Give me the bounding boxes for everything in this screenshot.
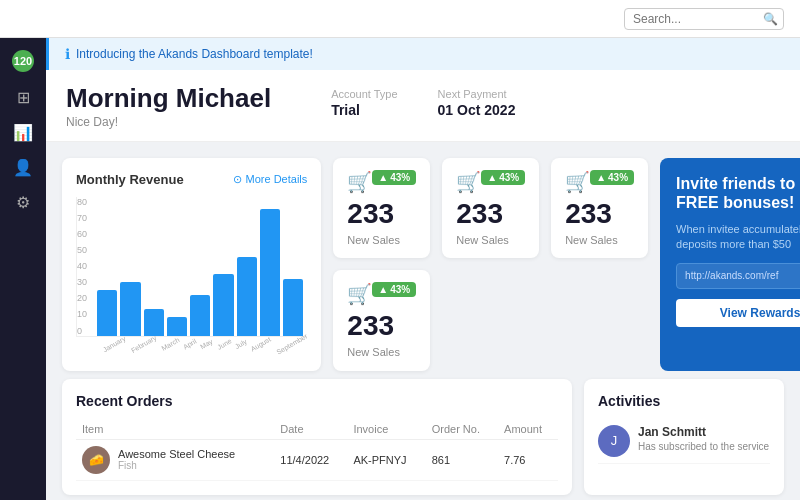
search-icon: 🔍 — [763, 12, 778, 26]
y-label-40: 40 — [77, 261, 87, 271]
search-input[interactable] — [633, 12, 763, 26]
sidebar-badge: 120 — [12, 50, 34, 72]
banner-text: Introducing the Akands Dashboard templat… — [76, 47, 313, 61]
chart-area: 80 70 60 50 40 30 20 10 0 — [76, 197, 307, 337]
y-label-60: 60 — [77, 229, 87, 239]
x-label-feb: February — [130, 334, 158, 354]
invite-desc: When invitee accumulately deposits more … — [676, 222, 800, 253]
account-type-block: Account Type Trial — [331, 88, 397, 118]
stat-badge-arrow-1: ▲ — [378, 172, 388, 183]
row-order-no: 861 — [426, 439, 498, 480]
stat-label-4: New Sales — [347, 346, 416, 358]
bar-apr — [167, 317, 187, 336]
next-payment-block: Next Payment 01 Oct 2022 — [438, 88, 516, 118]
info-icon: ℹ — [65, 46, 70, 62]
greeting-subtitle: Nice Day! — [66, 115, 271, 129]
stat-card-3-top: 🛒 ▲ 43% — [565, 170, 634, 194]
bottom-section: Recent Orders Item Date Invoice Order No… — [46, 379, 800, 500]
x-label-jul: July — [234, 337, 248, 349]
stat-card-3: 🛒 ▲ 43% 233 New Sales — [551, 158, 648, 259]
row-item-cell: 🧀 Awesome Steel Cheese Fish — [76, 439, 274, 480]
revenue-card: Monthly Revenue ⊙ More Details 80 70 60 … — [62, 158, 321, 371]
stat-badge-value-4: 43% — [390, 284, 410, 295]
cart-icon-2: 🛒 — [456, 170, 481, 194]
revenue-card-header: Monthly Revenue ⊙ More Details — [76, 172, 307, 187]
activities-card: Activities J Jan Schmitt Has subscribed … — [584, 379, 784, 495]
greeting-name: Morning Michael — [66, 84, 271, 113]
account-info: Account Type Trial Next Payment 01 Oct 2… — [331, 88, 515, 118]
row-date: 11/4/2022 — [274, 439, 347, 480]
account-type-value: Trial — [331, 102, 397, 118]
bar-mar — [144, 309, 164, 336]
bar-may — [190, 295, 210, 336]
invite-card: Invite friends to get FREE bonuses! When… — [660, 158, 800, 371]
stat-badge-arrow-4: ▲ — [378, 284, 388, 295]
y-label-0: 0 — [77, 326, 87, 336]
orders-table: Item Date Invoice Order No. Amount 🧀 — [76, 419, 558, 481]
bar-chart: 80 70 60 50 40 30 20 10 0 — [76, 197, 307, 357]
next-payment-label: Next Payment — [438, 88, 516, 100]
sidebar-home-icon[interactable]: ⊞ — [17, 88, 30, 107]
bar-sep — [283, 279, 303, 336]
search-box[interactable]: 🔍 — [624, 8, 784, 30]
sidebar: 120 ⊞ 📊 👤 ⚙ — [0, 38, 46, 500]
avatar: 🧀 — [82, 446, 110, 474]
col-order-no: Order No. — [426, 419, 498, 440]
account-type-label: Account Type — [331, 88, 397, 100]
col-date: Date — [274, 419, 347, 440]
sidebar-settings-icon[interactable]: ⚙ — [16, 193, 30, 212]
orders-card: Recent Orders Item Date Invoice Order No… — [62, 379, 572, 495]
invite-link-box[interactable]: http://akands.com/ref ⧉ — [676, 263, 800, 289]
activity-name: Jan Schmitt — [638, 425, 769, 439]
stat-card-2-top: 🛒 ▲ 43% — [456, 170, 525, 194]
stat-badge-arrow-2: ▲ — [487, 172, 497, 183]
sidebar-user-icon[interactable]: 👤 — [13, 158, 33, 177]
more-details-link[interactable]: ⊙ More Details — [233, 173, 308, 186]
y-label-30: 30 — [77, 277, 87, 287]
item-name: Awesome Steel Cheese — [118, 448, 235, 460]
stat-number-2: 233 — [456, 200, 525, 228]
stat-card-2: 🛒 ▲ 43% 233 New Sales — [442, 158, 539, 259]
y-label-70: 70 — [77, 213, 87, 223]
x-label-jan: January — [102, 334, 127, 353]
y-axis-labels: 80 70 60 50 40 30 20 10 0 — [77, 197, 87, 336]
stat-card-1-top: 🛒 ▲ 43% — [347, 170, 416, 194]
activities-title: Activities — [598, 393, 770, 409]
stat-badge-value-2: 43% — [499, 172, 519, 183]
orders-table-header: Item Date Invoice Order No. Amount — [76, 419, 558, 440]
item-info: Awesome Steel Cheese Fish — [118, 448, 235, 471]
stat-label-1: New Sales — [347, 234, 416, 246]
stat-card-1: 🛒 ▲ 43% 233 New Sales — [333, 158, 430, 259]
col-item: Item — [76, 419, 274, 440]
x-label-mar: March — [160, 336, 180, 352]
y-label-80: 80 — [77, 197, 87, 207]
bar-jun — [213, 274, 233, 336]
top-bar: 🔍 — [0, 0, 800, 38]
main-content: ℹ Introducing the Akands Dashboard templ… — [46, 38, 800, 500]
details-icon: ⊙ — [233, 173, 242, 186]
stat-number-4: 233 — [347, 312, 416, 340]
view-rewards-button[interactable]: View Rewards — [676, 299, 800, 327]
row-invoice: AK-PFNYJ — [347, 439, 425, 480]
more-details-label: More Details — [246, 173, 308, 185]
bar-feb — [120, 282, 140, 336]
header-section: Morning Michael Nice Day! Account Type T… — [46, 70, 800, 142]
stat-badge-3: ▲ 43% — [590, 170, 634, 185]
activity-info: Jan Schmitt Has subscribed to the servic… — [638, 425, 769, 452]
stat-badge-2: ▲ 43% — [481, 170, 525, 185]
sidebar-chart-icon[interactable]: 📊 — [13, 123, 33, 142]
x-label-jun: June — [216, 337, 233, 351]
stat-card-4-top: 🛒 ▲ 43% — [347, 282, 416, 306]
x-label-aug: August — [250, 335, 272, 352]
stat-label-2: New Sales — [456, 234, 525, 246]
table-row: 🧀 Awesome Steel Cheese Fish 11/4/2022 AK… — [76, 439, 558, 480]
cart-icon-1: 🛒 — [347, 170, 372, 194]
col-amount: Amount — [498, 419, 558, 440]
stat-label-3: New Sales — [565, 234, 634, 246]
row-amount: 7.76 — [498, 439, 558, 480]
x-axis-labels: January February March April May June Ju… — [76, 341, 307, 348]
stat-number-1: 233 — [347, 200, 416, 228]
next-payment-value: 01 Oct 2022 — [438, 102, 516, 118]
orders-title: Recent Orders — [76, 393, 558, 409]
bar-jan — [97, 290, 117, 336]
